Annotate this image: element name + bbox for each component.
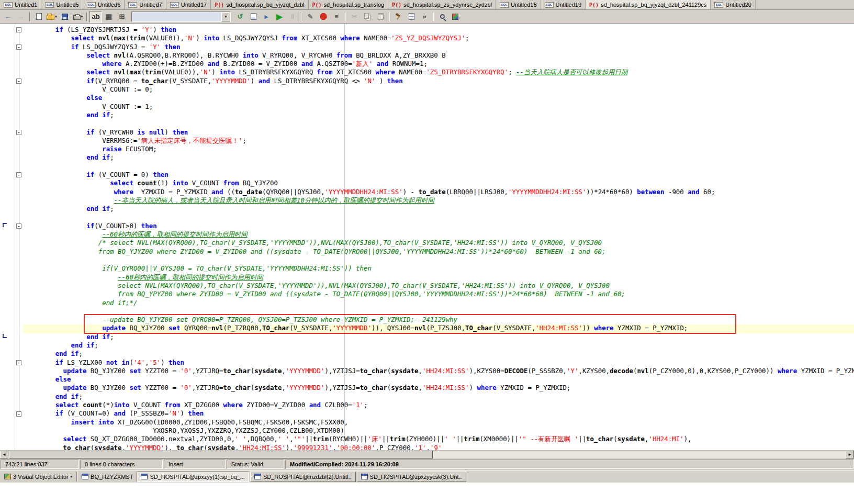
window-button-sd-hospital-2[interactable]: SD_HOSPITAL@mzdzbl(2):Untitl.. (250, 472, 356, 482)
combobox-dropdown-icon[interactable]: ▼ (221, 12, 230, 21)
code-lines[interactable]: if (LS_YZQYSJMRTJSJ = 'Y') then select n… (0, 24, 854, 450)
tab-untitled18[interactable]: SQLUntitled18 (496, 0, 541, 9)
code-line[interactable]: raise ECUSTOM; (24, 145, 854, 153)
code-line[interactable]: if (LS_YZQYSJMRTJSJ = 'Y') then (24, 26, 854, 34)
sql-sheet-button[interactable] (247, 11, 260, 23)
code-line[interactable]: if (V_COUNT = 0) then (24, 171, 854, 179)
code-line[interactable]: from BQ_YPYZ00 where ZYID00 = V_ZYID00 a… (24, 290, 854, 298)
stop-button[interactable] (317, 11, 330, 23)
code-line[interactable]: from BQ_YJYZ00 where ZYID00 = V_ZYID00 a… (24, 248, 854, 256)
code-line[interactable]: insert into XT_DZGG00(ID0000,ZYID00,FSBQ… (24, 418, 854, 427)
code-line[interactable]: to_char(sysdate,'YYYYMMDD'), to_char(sys… (24, 444, 854, 450)
code-line[interactable]: /* select NVL(MAX(QYRQ00),TO_char(V_SYSD… (24, 239, 854, 247)
tab-sd_hospital.sp_translog[interactable]: P()sd_hospital.sp_translog (309, 0, 389, 9)
code-line[interactable]: if(V_COUNT>0) then (24, 222, 854, 230)
code-line[interactable]: end if; (24, 393, 854, 401)
object-editor-selector[interactable]: 3 Visual Object Editor▾ (1, 472, 75, 482)
code-line[interactable]: if(V_RYRQ00 = to_char(V_SYSDATE,'YYYYMMD… (24, 77, 854, 85)
code-line[interactable]: if LS_YZLX00 not in('4','5') then (24, 359, 854, 367)
code-line[interactable]: V_COUNT := 0; (24, 85, 854, 94)
open-button[interactable]: ▾ (46, 11, 58, 23)
fold-collapse-box[interactable]: - (16, 411, 21, 417)
compile-button[interactable] (392, 11, 404, 23)
split-window-button[interactable]: ⊞ (116, 11, 128, 23)
beautifier-button[interactable] (449, 11, 462, 23)
fold-collapse-box[interactable]: - (16, 223, 21, 229)
window-button-bq-hzyzxmst[interactable]: BQ_HZYZXMST (78, 472, 136, 482)
tab-sd_hospital.sp_zs_ydynrsc_zydzbl[interactable]: P()sd_hospital.sp_zs_ydynrsc_zydzbl (388, 0, 496, 9)
code-line[interactable]: end if; (24, 111, 854, 119)
code-line[interactable]: select count(1) into V_COUNT from BQ_YJY… (24, 179, 854, 187)
code-line[interactable]: where YZMXID = P_YZMXID and ((to_date(QY… (24, 188, 854, 196)
find-button[interactable] (436, 11, 448, 23)
execute-button[interactable]: ▶ (273, 11, 286, 23)
run-script-button[interactable]: ▸ (260, 11, 273, 23)
code-line[interactable]: else (24, 94, 854, 102)
edit-data-button[interactable]: ✎ (304, 11, 317, 23)
code-line[interactable]: end if; (24, 341, 854, 350)
save-button[interactable] (59, 11, 71, 23)
dropdown-arrow-icon[interactable]: ▾ (71, 475, 73, 479)
window-button-sd-hospital-3[interactable]: SD_HOSPITAL@zpxzyycsk(3):Unt.. (357, 472, 466, 482)
code-line[interactable]: select NVL(MAX(QYRQ00),TO_char(V_SYSDATE… (24, 282, 854, 290)
window-button-sd-hospital-1[interactable]: SD_HOSPITAL@zpxzyy(1):sp_bq_... (137, 472, 249, 482)
compile-log-button[interactable] (405, 11, 418, 23)
code-line[interactable]: where A.ZYID00(+)=B.ZYID00 and B.ZYID00 … (24, 60, 854, 68)
code-line[interactable]: end if; (24, 350, 854, 358)
code-line[interactable]: if (V_RYCWH0 is null) then (24, 128, 854, 137)
code-line[interactable]: end if;*/ (24, 299, 854, 307)
back-button[interactable]: ← (2, 11, 14, 23)
code-line[interactable] (24, 214, 854, 222)
tab-untitled1[interactable]: SQLUntitled1 (0, 0, 41, 9)
code-line[interactable]: select nvl(A.QSRQ00,B.RYRQ00), B.RYCWH0 … (24, 51, 854, 60)
tab-sd_hospital.sp_bq_yjyzqt_dzbl[interactable]: P()sd_hospital.sp_bq_yjyzqt_dzbl (211, 0, 308, 9)
code-line[interactable]: update BQ_YJYZ00 set YZZT00 = '0',YZTJRQ… (24, 384, 854, 392)
code-line[interactable]: update BQ_YJYZ00 set YZZT00 = '0',YZTJRQ… (24, 367, 854, 375)
fold-collapse-box[interactable]: - (16, 360, 21, 365)
tab-untitled20[interactable]: SQLUntitled20 (711, 0, 756, 9)
tab-untitled7[interactable]: SQLUntitled7 (125, 0, 166, 9)
dropdown-arrow-icon[interactable]: ▾ (55, 15, 57, 19)
code-line[interactable]: end if; (24, 333, 854, 341)
fold-collapse-box[interactable]: - (16, 79, 21, 84)
code-line[interactable]: if (V_COUNT=0) and (P_SSSBZ0='N') then (24, 409, 854, 418)
sql-combobox[interactable]: ▼ (131, 12, 231, 22)
fold-collapse-box[interactable]: - (16, 172, 21, 177)
code-line[interactable]: end if; (24, 205, 854, 213)
code-line[interactable]: --60秒内的医嘱，取相同的提交时间作为启用时间 (24, 230, 854, 239)
new-document-button[interactable] (32, 11, 45, 23)
code-line[interactable]: select nvl(max(trim(VALUE0)),'N') into L… (24, 68, 854, 76)
refresh-button[interactable]: ↺ (234, 11, 246, 23)
grid-button[interactable]: ▦ (103, 11, 115, 23)
tab-untitled19[interactable]: SQLUntitled19 (541, 0, 586, 9)
code-line[interactable]: select nvl(max(trim(VALUE0)),'N') into L… (24, 34, 854, 42)
code-line[interactable]: else (24, 375, 854, 384)
tab-untitled17[interactable]: SQLUntitled17 (166, 0, 211, 9)
code-line[interactable] (24, 256, 854, 264)
fold-collapse-box[interactable]: - (16, 130, 21, 135)
scrollbar-thumb[interactable] (9, 451, 433, 458)
code-line[interactable]: VERRMSG:='病人未指定床号，不能提交医嘱！'; (24, 137, 854, 145)
fold-collapse-box[interactable]: - (16, 27, 21, 32)
code-line[interactable] (24, 119, 854, 128)
dropdown-arrow-icon[interactable]: ▾ (81, 15, 83, 19)
indent-button[interactable]: ≡ (330, 11, 343, 23)
tab-untitled5[interactable]: SQLUntitled5 (41, 0, 83, 9)
code-line[interactable]: --60秒内的医嘱，取相同的提交时间作为启用时间 (24, 273, 854, 282)
tab-untitled6[interactable]: SQLUntitled6 (83, 0, 125, 9)
code-line[interactable]: end if; (24, 153, 854, 162)
code-line[interactable]: YXQSRQ,YXQSSJ,YXZZRQ,YXZZSJ,CZY000,CZLB0… (24, 427, 854, 435)
overflow-button[interactable]: » (418, 11, 431, 23)
syntax-toggle-button[interactable]: ab (89, 11, 102, 23)
code-line[interactable]: if LS_DQSJWYZQYSJ = 'Y' then (24, 43, 854, 51)
code-line[interactable]: select count(*)into V_COUNT from XT_DZGG… (24, 401, 854, 409)
code-editor[interactable]: if (LS_YZQYSJMRTJSJ = 'Y') then select n… (0, 24, 854, 450)
print-button[interactable]: ▾ (72, 11, 84, 23)
code-line[interactable]: --非当天入院的病人，或者当天入院且录入时间和启用时间相差10分钟以内的，取医嘱… (24, 196, 854, 205)
fold-collapse-box[interactable]: - (16, 44, 21, 50)
scroll-left-button[interactable]: ◄ (0, 451, 8, 458)
scroll-right-button[interactable]: ► (846, 451, 854, 458)
code-line[interactable] (24, 162, 854, 171)
horizontal-scrollbar[interactable]: ◄ ► (0, 450, 854, 458)
tab-sd_hospital.sp_bq_yjyzqt_dzbl_241129cs[interactable]: P()sd_hospital.sp_bq_yjyzqt_dzbl_241129c… (586, 0, 711, 9)
